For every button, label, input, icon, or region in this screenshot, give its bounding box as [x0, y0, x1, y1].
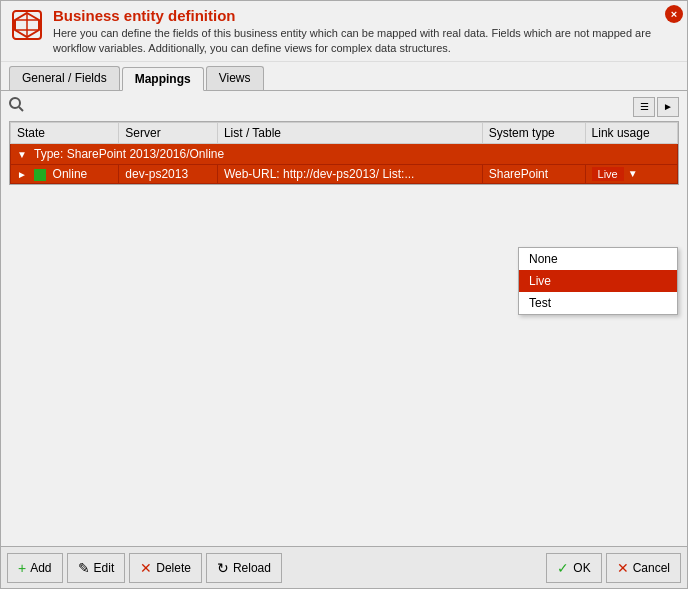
cell-list-table: Web-URL: http://dev-ps2013/ List:...	[217, 164, 482, 183]
cell-link-usage[interactable]: Live ▼	[585, 164, 677, 183]
cancel-label: Cancel	[633, 561, 670, 575]
table-row[interactable]: ► Online dev-ps2013 Web-URL: http://dev-…	[11, 164, 678, 183]
footer: + Add ✎ Edit ✕ Delete ↻ Reload ✓ OK ✕ Ca…	[1, 546, 687, 588]
row-expand-icon: ►	[17, 169, 27, 180]
expand-icon: ▼	[17, 149, 27, 160]
dropdown-option-none[interactable]: None	[519, 248, 677, 270]
content-area: ☰ ► State Server List / Table System typ…	[1, 91, 687, 546]
ok-button[interactable]: ✓ OK	[546, 553, 601, 583]
col-header-system-type: System type	[482, 122, 585, 143]
toolbar-nav-button[interactable]: ►	[657, 97, 679, 117]
dialog-title: Business entity definition	[53, 7, 679, 24]
entity-icon	[9, 7, 45, 43]
tab-views[interactable]: Views	[206, 66, 264, 90]
edit-label: Edit	[94, 561, 115, 575]
close-button[interactable]: ×	[665, 5, 683, 23]
tab-general-fields[interactable]: General / Fields	[9, 66, 120, 90]
reload-button[interactable]: ↻ Reload	[206, 553, 282, 583]
reload-icon: ↻	[217, 560, 229, 576]
toolbar-right: ☰ ►	[633, 97, 679, 117]
cell-state: ► Online	[11, 164, 119, 183]
title-bar: Business entity definition Here you can …	[1, 1, 687, 62]
delete-label: Delete	[156, 561, 191, 575]
tabs-bar: General / Fields Mappings Views	[1, 62, 687, 91]
search-bar: ☰ ►	[9, 97, 679, 117]
toolbar-export-button[interactable]: ☰	[633, 97, 655, 117]
cancel-icon: ✕	[617, 560, 629, 576]
delete-icon: ✕	[140, 560, 152, 576]
col-header-link-usage: Link usage	[585, 122, 677, 143]
export-icon: ☰	[640, 101, 649, 112]
edit-button[interactable]: ✎ Edit	[67, 553, 126, 583]
nav-icon: ►	[663, 101, 673, 112]
cell-server: dev-ps2013	[119, 164, 218, 183]
title-content: Business entity definition Here you can …	[53, 7, 679, 57]
add-label: Add	[30, 561, 51, 575]
dropdown-option-test[interactable]: Test	[519, 292, 677, 314]
search-icon	[9, 97, 25, 116]
delete-button[interactable]: ✕ Delete	[129, 553, 202, 583]
group-row-label: ▼ Type: SharePoint 2013/2016/Online	[11, 143, 678, 164]
dialog: Business entity definition Here you can …	[0, 0, 688, 589]
link-usage-dropdown[interactable]: None Live Test	[518, 247, 678, 315]
col-header-server: Server	[119, 122, 218, 143]
ok-icon: ✓	[557, 560, 569, 576]
cancel-button[interactable]: ✕ Cancel	[606, 553, 681, 583]
svg-line-6	[19, 107, 23, 111]
edit-icon: ✎	[78, 560, 90, 576]
col-header-list-table: List / Table	[217, 122, 482, 143]
state-badge-online	[34, 169, 46, 181]
cell-system-type: SharePoint	[482, 164, 585, 183]
group-row-sharepoint[interactable]: ▼ Type: SharePoint 2013/2016/Online	[11, 143, 678, 164]
live-tag: Live	[592, 167, 624, 181]
svg-point-5	[10, 98, 20, 108]
ok-label: OK	[573, 561, 590, 575]
dropdown-option-live[interactable]: Live	[519, 270, 677, 292]
dropdown-arrow-icon[interactable]: ▼	[628, 168, 638, 179]
table-header-row: State Server List / Table System type Li…	[11, 122, 678, 143]
search-icon-box[interactable]	[9, 97, 25, 116]
add-button[interactable]: + Add	[7, 553, 63, 583]
add-icon: +	[18, 560, 26, 576]
tab-mappings[interactable]: Mappings	[122, 67, 204, 91]
reload-label: Reload	[233, 561, 271, 575]
dialog-description: Here you can define the fields of this b…	[53, 26, 679, 57]
mappings-table: State Server List / Table System type Li…	[9, 121, 679, 185]
col-header-state: State	[11, 122, 119, 143]
